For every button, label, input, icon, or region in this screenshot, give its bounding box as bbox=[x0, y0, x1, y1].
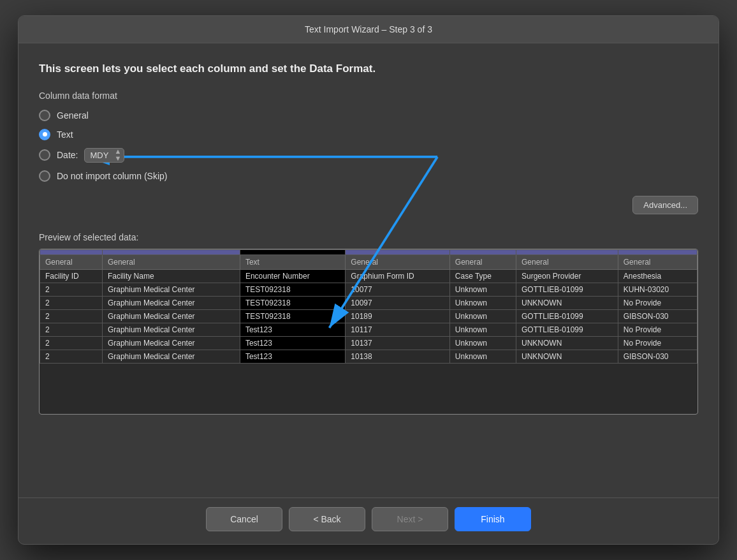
cell: 2 bbox=[40, 336, 103, 350]
cell: Unknown bbox=[449, 296, 516, 309]
hl-col-1 bbox=[40, 249, 103, 254]
cell: KUHN-03020 bbox=[618, 283, 697, 296]
cell: No Provide bbox=[618, 336, 697, 350]
cell: Unknown bbox=[449, 283, 516, 296]
cell: GOTTLIEB-01099 bbox=[516, 309, 618, 323]
cell: 10138 bbox=[346, 350, 450, 363]
section-label: Column data format bbox=[39, 91, 698, 101]
col-header-4: Graphium Form ID bbox=[346, 269, 450, 283]
cell: TEST092318 bbox=[240, 309, 345, 323]
cell: No Provide bbox=[618, 323, 697, 336]
instruction-text: This screen lets you select each column … bbox=[39, 61, 698, 77]
radio-btn-date[interactable] bbox=[39, 149, 50, 161]
col-header-3: Encounter Number bbox=[240, 269, 345, 283]
radio-btn-general[interactable] bbox=[39, 110, 50, 121]
preview-table-wrapper[interactable]: General General Text General General Gen… bbox=[39, 249, 698, 415]
type-col-5: General bbox=[449, 254, 516, 269]
cell: TEST092318 bbox=[240, 283, 345, 296]
dialog-content: This screen lets you select each column … bbox=[18, 43, 719, 497]
cell: 2 bbox=[40, 350, 103, 363]
hl-col-3 bbox=[240, 249, 345, 254]
dialog-title: Text Import Wizard – Step 3 of 3 bbox=[305, 24, 432, 34]
hl-col-2 bbox=[102, 249, 240, 254]
table-row: 2 Graphium Medical Center Test123 10138 … bbox=[40, 350, 697, 363]
cell: Graphium Medical Center bbox=[102, 309, 240, 323]
table-row: 2 Graphium Medical Center TEST092318 100… bbox=[40, 283, 697, 296]
cell: 2 bbox=[40, 323, 103, 336]
cell: Graphium Medical Center bbox=[102, 350, 240, 363]
hl-col-6 bbox=[516, 249, 618, 254]
highlight-row bbox=[40, 249, 697, 254]
advanced-button[interactable]: Advanced... bbox=[632, 196, 698, 214]
cell: GOTTLIEB-01099 bbox=[516, 283, 618, 296]
type-col-7: General bbox=[618, 254, 697, 269]
col-header-6: Surgeon Provider bbox=[516, 269, 618, 283]
type-col-2: General bbox=[102, 254, 240, 269]
radio-btn-text[interactable] bbox=[39, 129, 50, 140]
radio-group: General Text Date: MDY ▲ ▼ bbox=[39, 110, 698, 182]
cell: TEST092318 bbox=[240, 296, 345, 309]
cell: UNKNOWN bbox=[516, 296, 618, 309]
type-col-4: General bbox=[346, 254, 450, 269]
dialog-footer: Cancel < Back Next > Finish bbox=[18, 497, 719, 544]
radio-label-skip: Do not import column (Skip) bbox=[57, 171, 168, 181]
cell: 2 bbox=[40, 309, 103, 323]
radio-general[interactable]: General bbox=[39, 110, 698, 121]
cell: Graphium Medical Center bbox=[102, 323, 240, 336]
type-col-1: General bbox=[40, 254, 103, 269]
cell: Unknown bbox=[449, 309, 516, 323]
preview-table: General General Text General General Gen… bbox=[40, 249, 697, 364]
col-header-7: Anesthesia bbox=[618, 269, 697, 283]
cell: No Provide bbox=[618, 296, 697, 309]
col-header-2: Facility Name bbox=[102, 269, 240, 283]
cell: 10077 bbox=[346, 283, 450, 296]
title-bar: Text Import Wizard – Step 3 of 3 bbox=[18, 16, 719, 43]
next-button: Next > bbox=[372, 507, 448, 531]
preview-label: Preview of selected data: bbox=[39, 232, 698, 242]
cell: 2 bbox=[40, 296, 103, 309]
date-select-wrapper[interactable]: MDY ▲ ▼ bbox=[84, 148, 124, 163]
header-types-row: General General Text General General Gen… bbox=[40, 254, 697, 269]
radio-label-date: Date: bbox=[57, 150, 78, 160]
radio-label-text: Text bbox=[57, 129, 73, 140]
cell: Test123 bbox=[240, 350, 345, 363]
cell: Test123 bbox=[240, 336, 345, 350]
cell: UNKNOWN bbox=[516, 350, 618, 363]
cell: 10189 bbox=[346, 309, 450, 323]
cell: GOTTLIEB-01099 bbox=[516, 323, 618, 336]
hl-col-5 bbox=[449, 249, 516, 254]
advanced-row: Advanced... bbox=[39, 196, 698, 214]
col-header-5: Case Type bbox=[449, 269, 516, 283]
cancel-button[interactable]: Cancel bbox=[206, 507, 282, 531]
cell: UNKNOWN bbox=[516, 336, 618, 350]
type-col-3: Text bbox=[240, 254, 345, 269]
cell: Graphium Medical Center bbox=[102, 296, 240, 309]
hl-col-7 bbox=[618, 249, 697, 254]
table-row: 2 Graphium Medical Center TEST092318 100… bbox=[40, 296, 697, 309]
table-row: 2 Graphium Medical Center Test123 10137 … bbox=[40, 336, 697, 350]
col-header-1: Facility ID bbox=[40, 269, 103, 283]
dialog-window: Text Import Wizard – Step 3 of 3 This sc… bbox=[18, 15, 719, 545]
radio-date[interactable]: Date: MDY ▲ ▼ bbox=[39, 148, 698, 163]
cell: Unknown bbox=[449, 350, 516, 363]
cell: 10137 bbox=[346, 336, 450, 350]
cell: 10117 bbox=[346, 323, 450, 336]
radio-btn-skip[interactable] bbox=[39, 170, 50, 182]
radio-skip[interactable]: Do not import column (Skip) bbox=[39, 170, 698, 182]
radio-label-general: General bbox=[57, 110, 89, 121]
type-col-6: General bbox=[516, 254, 618, 269]
hl-col-4 bbox=[346, 249, 450, 254]
date-select-box[interactable]: MDY bbox=[84, 148, 124, 163]
cell: GIBSON-030 bbox=[618, 309, 697, 323]
cell: GIBSON-030 bbox=[618, 350, 697, 363]
column-headers-row: Facility ID Facility Name Encounter Numb… bbox=[40, 269, 697, 283]
back-button[interactable]: < Back bbox=[289, 507, 365, 531]
finish-button[interactable]: Finish bbox=[455, 507, 531, 531]
table-row: 2 Graphium Medical Center TEST092318 101… bbox=[40, 309, 697, 323]
cell: Unknown bbox=[449, 323, 516, 336]
cell: 10097 bbox=[346, 296, 450, 309]
cell: Test123 bbox=[240, 323, 345, 336]
table-row: 2 Graphium Medical Center Test123 10117 … bbox=[40, 323, 697, 336]
cell: Unknown bbox=[449, 336, 516, 350]
radio-text[interactable]: Text bbox=[39, 129, 698, 140]
